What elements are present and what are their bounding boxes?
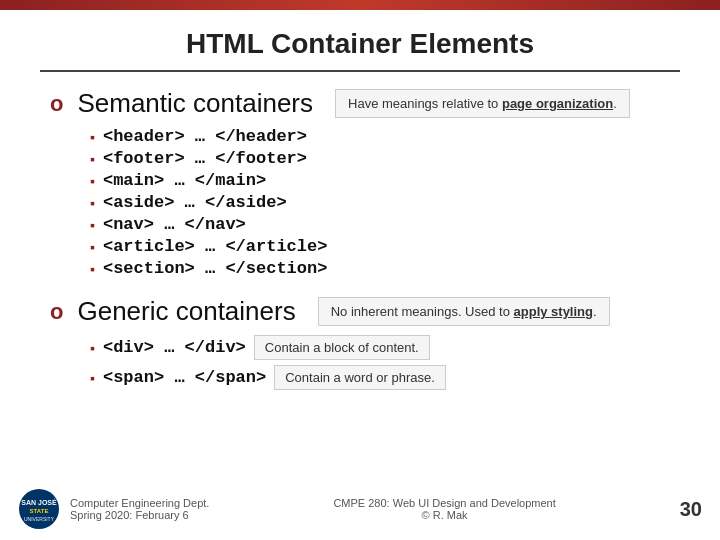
footer-dept-info: Computer Engineering Dept. Spring 2020: … [70, 497, 209, 521]
footer: SAN JOSÉ STATE UNIVERSITY Computer Engin… [0, 488, 720, 530]
code-footer: <footer> … </footer> [103, 149, 307, 168]
list-item: <header> … </header> [90, 127, 670, 146]
code-section: <section> … </section> [103, 259, 327, 278]
footer-course: CMPE 280: Web UI Design and Development [209, 497, 679, 509]
code-nav: <nav> … </nav> [103, 215, 246, 234]
list-item: <main> … </main> [90, 171, 670, 190]
svg-text:STATE: STATE [30, 508, 49, 514]
code-header: <header> … </header> [103, 127, 307, 146]
section-generic: o Generic containers No inherent meaning… [50, 296, 670, 390]
svg-text:SAN JOSÉ: SAN JOSÉ [21, 498, 57, 506]
list-item-span: <span> … </span> Contain a word or phras… [90, 365, 670, 390]
footer-dept: Computer Engineering Dept. [70, 497, 209, 509]
info-text-after: . [613, 96, 617, 111]
code-span: <span> … </span> [103, 368, 266, 387]
code-aside: <aside> … </aside> [103, 193, 287, 212]
section1-title: Semantic containers [77, 88, 313, 119]
footer-instructor: © R. Mak [209, 509, 679, 521]
div-desc: Contain a block of content. [265, 340, 419, 355]
footer-center: CMPE 280: Web UI Design and Development … [209, 497, 679, 521]
semantic-info-box: Have meanings relative to page organizat… [335, 89, 630, 118]
generic-items-list: <div> … </div> Contain a block of conten… [50, 335, 670, 390]
list-item: <article> … </article> [90, 237, 670, 256]
section-semantic: o Semantic containers Have meanings rela… [50, 88, 670, 278]
list-item: <nav> … </nav> [90, 215, 670, 234]
info-highlight: page organization [502, 96, 613, 111]
generic-info-box: No inherent meanings. Used to apply styl… [318, 297, 610, 326]
bullet-1: o [50, 91, 63, 117]
footer-semester: Spring 2020: February 6 [70, 509, 209, 521]
apply-styling-highlight: apply styling [514, 304, 593, 319]
div-desc-box: Contain a block of content. [254, 335, 430, 360]
sjsu-logo: SAN JOSÉ STATE UNIVERSITY [18, 488, 60, 530]
bullet-2: o [50, 299, 63, 325]
code-main: <main> … </main> [103, 171, 266, 190]
no-meanings-period: . [593, 304, 597, 319]
footer-page-number: 30 [680, 498, 702, 521]
list-item: <section> … </section> [90, 259, 670, 278]
top-bar [0, 0, 720, 10]
no-meanings-text: No inherent meanings. Used to [331, 304, 514, 319]
page-title: HTML Container Elements [40, 28, 680, 72]
info-text-before: Have meanings relative to [348, 96, 502, 111]
list-item: <footer> … </footer> [90, 149, 670, 168]
section-semantic-header: o Semantic containers Have meanings rela… [50, 88, 670, 119]
svg-text:UNIVERSITY: UNIVERSITY [24, 516, 55, 522]
list-item-div: <div> … </div> Contain a block of conten… [90, 335, 670, 360]
code-div: <div> … </div> [103, 338, 246, 357]
section2-title: Generic containers [77, 296, 295, 327]
list-item: <aside> … </aside> [90, 193, 670, 212]
span-desc-box: Contain a word or phrase. [274, 365, 446, 390]
content-area: o Semantic containers Have meanings rela… [0, 88, 720, 390]
footer-left: SAN JOSÉ STATE UNIVERSITY Computer Engin… [18, 488, 209, 530]
section-generic-header: o Generic containers No inherent meaning… [50, 296, 670, 327]
span-desc: Contain a word or phrase. [285, 370, 435, 385]
code-article: <article> … </article> [103, 237, 327, 256]
semantic-items-list: <header> … </header> <footer> … </footer… [50, 127, 670, 278]
